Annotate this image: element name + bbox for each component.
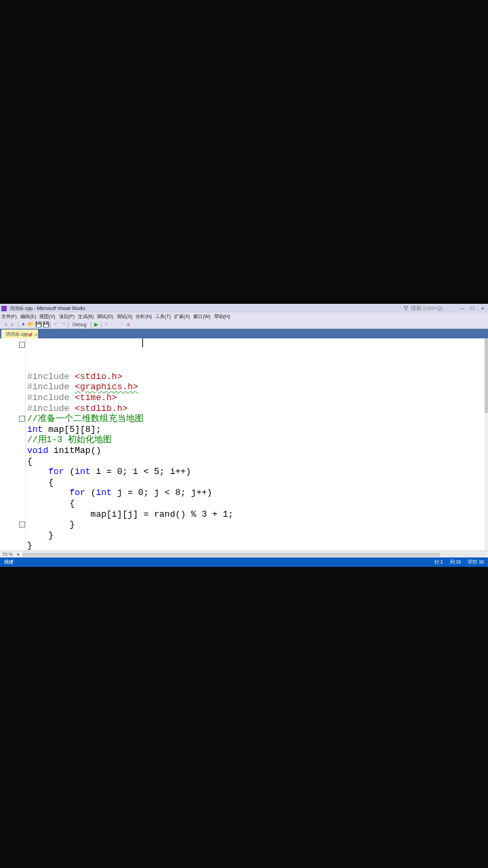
gutter-line bbox=[0, 456, 25, 467]
menu-tools[interactable]: 工具(T) bbox=[155, 313, 171, 320]
hscroll-bar: 70 % ▾ bbox=[0, 551, 488, 557]
stop-icon[interactable]: ■ bbox=[126, 322, 131, 328]
tabstrip: 消消乐.cpp 📌 × bbox=[0, 329, 488, 338]
gutter-line bbox=[0, 509, 25, 520]
code-line[interactable]: for (int j = 0; j < 8; j++) bbox=[27, 488, 488, 498]
status-line: 行 1 bbox=[434, 559, 443, 566]
gutter-line bbox=[0, 435, 25, 446]
config-dropdown[interactable]: Debug bbox=[70, 322, 89, 327]
vs-logo-icon bbox=[1, 306, 7, 311]
zoom-level[interactable]: 70 % bbox=[2, 552, 13, 557]
minimize-button[interactable]: – bbox=[458, 305, 466, 311]
gutter-line bbox=[0, 498, 25, 509]
gutter-line: - bbox=[0, 519, 25, 530]
gutter-line bbox=[0, 393, 25, 403]
code-line[interactable]: { bbox=[27, 456, 488, 467]
menu-file[interactable]: 文件(F) bbox=[1, 313, 17, 320]
open-icon[interactable]: 📂 bbox=[28, 322, 33, 328]
step-over-icon[interactable]: ↷ bbox=[104, 322, 109, 328]
code-line[interactable]: //用1-3 初始化地图 bbox=[27, 435, 488, 446]
fold-icon[interactable]: - bbox=[19, 521, 25, 528]
code-line[interactable]: //准备一个二维数组充当地图 bbox=[27, 414, 488, 425]
code-line[interactable]: int map[5][8]; bbox=[27, 425, 488, 435]
menu-analyze[interactable]: 分析(N) bbox=[136, 313, 152, 320]
status-chars: 字符 16 bbox=[468, 559, 484, 566]
hscroll-thumb[interactable] bbox=[22, 553, 440, 557]
gutter-line bbox=[0, 467, 25, 477]
gutter-line bbox=[0, 446, 25, 456]
menu-project[interactable]: 项目(P) bbox=[59, 313, 75, 320]
new-icon[interactable]: ✦ bbox=[20, 322, 26, 328]
hscroll-track[interactable] bbox=[22, 553, 486, 557]
code-line[interactable]: #include <graphics.h> bbox=[27, 382, 488, 393]
code-line[interactable]: void initMap() bbox=[27, 446, 488, 456]
gutter-line bbox=[0, 477, 25, 488]
code-line[interactable]: #include <stdio.h> bbox=[27, 372, 488, 382]
editor-tab[interactable]: 消消乐.cpp 📌 × bbox=[1, 330, 38, 338]
gutter-line bbox=[0, 382, 25, 393]
titlebar: 消消乐.cpp - Microsoft Visual Studio ▽ 搜索 (… bbox=[0, 304, 488, 313]
gutter-line: - bbox=[0, 340, 25, 351]
menu-view[interactable]: 视图(V) bbox=[39, 313, 55, 320]
menu-window[interactable]: 窗口(W) bbox=[193, 313, 210, 320]
window-title: 消消乐.cpp - Microsoft Visual Studio bbox=[9, 305, 85, 312]
gutter-line bbox=[0, 361, 25, 372]
code-line[interactable]: { bbox=[27, 498, 488, 509]
step-out-icon[interactable]: ↑ bbox=[119, 322, 124, 328]
code-line[interactable]: } bbox=[27, 530, 488, 541]
search-icon[interactable]: ▽ bbox=[403, 305, 409, 311]
code-line[interactable]: } bbox=[27, 519, 488, 530]
vs-window: 消消乐.cpp - Microsoft Visual Studio ▽ 搜索 (… bbox=[0, 304, 488, 567]
menu-edit[interactable]: 编辑(E) bbox=[20, 313, 36, 320]
code-line[interactable]: { bbox=[27, 477, 488, 488]
menubar: 文件(F) 编辑(E) 视图(V) 项目(P) 生成(B) 调试(D) 测试(S… bbox=[0, 313, 488, 321]
close-window-button[interactable]: × bbox=[479, 305, 487, 311]
fold-icon[interactable]: - bbox=[19, 342, 25, 348]
tab-close-icon[interactable]: × bbox=[35, 332, 37, 337]
gutter-line: - bbox=[0, 414, 25, 425]
vertical-scrollbar[interactable] bbox=[485, 338, 488, 551]
zoom-dropdown-icon[interactable]: ▾ bbox=[17, 552, 20, 557]
maximize-button[interactable]: □ bbox=[468, 305, 476, 311]
save-all-icon[interactable]: 💾 bbox=[43, 322, 48, 328]
nav-fwd-icon[interactable]: ► bbox=[10, 322, 16, 328]
gutter-line bbox=[0, 530, 25, 541]
menu-test[interactable]: 测试(S) bbox=[117, 313, 132, 320]
gutter-line bbox=[0, 425, 25, 435]
step-into-icon[interactable]: ↓ bbox=[111, 322, 117, 328]
code-line[interactable]: } bbox=[27, 540, 488, 551]
code-line[interactable]: #include <stdlib.h> bbox=[27, 403, 488, 414]
menu-extensions[interactable]: 扩展(X) bbox=[174, 313, 190, 320]
status-col: 列 16 bbox=[450, 559, 462, 566]
code-editor[interactable]: #include <stdio.h>#include <graphics.h>#… bbox=[26, 338, 488, 551]
gutter-line bbox=[0, 403, 25, 414]
gutter: --- bbox=[0, 338, 26, 551]
redo-icon[interactable]: ↷ bbox=[60, 322, 66, 328]
menu-build[interactable]: 生成(B) bbox=[78, 313, 94, 320]
statusbar: 就绪 行 1 列 16 字符 16 bbox=[0, 557, 488, 567]
nav-back-icon[interactable]: ◄ bbox=[3, 322, 8, 328]
gutter-line bbox=[0, 351, 25, 361]
search-label[interactable]: 搜索 (Ctrl+Q) bbox=[411, 305, 443, 311]
undo-icon[interactable]: ↶ bbox=[53, 322, 58, 328]
scroll-thumb[interactable] bbox=[485, 338, 488, 413]
menu-help[interactable]: 帮助(H) bbox=[214, 313, 230, 320]
gutter-line bbox=[0, 488, 25, 498]
code-line[interactable]: for (int i = 0; i < 5; i++) bbox=[27, 467, 488, 477]
save-icon[interactable]: 💾 bbox=[35, 322, 41, 328]
tab-filename: 消消乐.cpp bbox=[5, 331, 28, 338]
pin-icon[interactable]: 📌 bbox=[28, 332, 33, 337]
text-cursor bbox=[142, 338, 143, 347]
toolbar: ◄ ► ✦ 📂 💾 💾 ↶ ↷ Debug ▶ ↷ ↓ ↑ ■ bbox=[0, 321, 488, 329]
code-line[interactable]: #include <time.h> bbox=[27, 393, 488, 403]
code-line[interactable]: map[i][j] = rand() % 3 + 1; bbox=[27, 509, 488, 520]
status-ready: 就绪 bbox=[4, 559, 14, 566]
editor-area: --- #include <stdio.h>#include <graphics… bbox=[0, 338, 488, 551]
gutter-line bbox=[0, 540, 25, 551]
fold-icon[interactable]: - bbox=[19, 416, 25, 422]
menu-debug[interactable]: 调试(D) bbox=[97, 313, 113, 320]
gutter-line bbox=[0, 372, 25, 382]
start-debug-icon[interactable]: ▶ bbox=[94, 322, 99, 328]
